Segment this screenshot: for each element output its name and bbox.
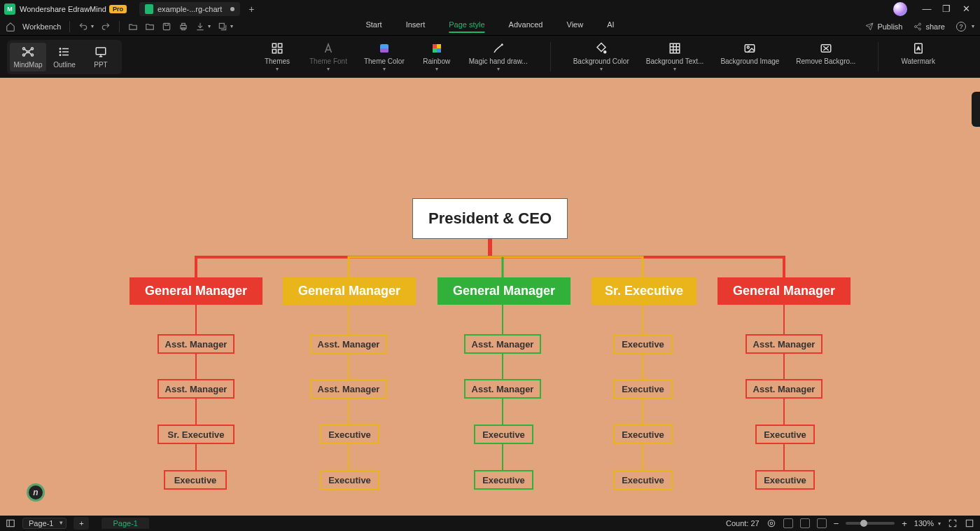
org-node-leaf[interactable]: Asst. Manager [746,334,822,354]
folder-icon[interactable] [145,22,155,32]
svg-rect-22 [272,43,276,47]
org-node-leaf[interactable]: Asst. Manager [310,379,387,399]
undo-icon[interactable] [78,22,88,32]
svg-rect-47 [7,520,15,526]
unsaved-indicator-icon [230,7,234,11]
org-node-level2[interactable]: Sr. Executive [592,277,696,305]
canvas[interactable]: President & CEO General Manager General … [0,78,980,516]
ribbon-themes[interactable]: Themes▾ [262,42,293,71]
org-node-leaf[interactable]: Executive [613,470,673,490]
org-node-leaf[interactable]: Asst. Manager [310,334,387,354]
org-node-level2[interactable]: General Manager [283,277,416,305]
org-node-leaf[interactable]: Executive [474,470,533,490]
zoom-slider[interactable] [846,522,895,525]
ribbon-themes-label: Themes [265,57,290,65]
node-count: Count: 27 [726,519,760,527]
user-avatar[interactable] [893,2,907,16]
zoom-dropdown-icon[interactable]: ▾ [938,520,941,527]
zoom-level[interactable]: 130% [914,519,934,527]
ribbon-remove-background[interactable]: Remove Backgro... [796,42,855,71]
zoom-out-button[interactable]: − [834,518,839,529]
org-node-leaf[interactable]: Executive [613,334,673,354]
org-node-leaf[interactable]: Asst. Manager [158,334,234,354]
org-node-leaf[interactable]: Executive [613,425,673,444]
menu-advanced[interactable]: Advanced [509,20,543,33]
svg-point-6 [915,25,917,27]
org-node-leaf[interactable]: Executive [474,425,533,444]
mindmap-icon [22,46,34,58]
org-node-leaf[interactable]: Asst. Manager [746,379,822,399]
workbench-button[interactable]: Workbench [22,22,61,31]
ribbon-theme-color[interactable]: Theme Color▾ [364,42,405,71]
help-button[interactable]: ? [956,22,966,32]
undo-dropdown-icon[interactable]: ▾ [91,23,94,29]
help-dropdown-icon[interactable]: ▾ [972,23,974,29]
side-panel-handle[interactable] [972,92,980,127]
org-node-level2[interactable]: General Manager [130,277,262,305]
org-node-leaf[interactable]: Executive [320,470,379,490]
ribbon-bg-color-label: Background Color [573,57,629,65]
export-icon[interactable] [195,22,205,32]
ribbon-magic-hand-draw[interactable]: Magic hand draw...▾ [469,42,528,71]
main-menu: Start Insert Page style Advanced View AI [365,20,614,33]
ribbon-watermark[interactable]: A Watermark [901,42,935,71]
org-node-leaf[interactable]: Asst. Manager [464,334,541,354]
svg-point-41 [748,46,750,48]
assistant-fab[interactable]: n [27,483,45,502]
menu-page-style[interactable]: Page style [449,20,484,33]
open-icon[interactable] [128,22,138,32]
new-tab-button[interactable]: + [248,4,254,15]
page-tab[interactable]: Page-1 [102,518,148,529]
view-mode-mindmap[interactable]: MindMap [10,43,46,71]
home-icon[interactable] [6,22,15,32]
ribbon-background-image[interactable]: Background Image [720,42,779,71]
menu-insert[interactable]: Insert [406,20,426,33]
org-node-leaf[interactable]: Executive [320,425,379,444]
ribbon-background-texture[interactable]: Background Text...▾ [646,42,704,71]
menu-view[interactable]: View [567,20,584,33]
svg-rect-32 [437,48,441,53]
layout2-icon[interactable] [800,518,810,528]
org-node-level2[interactable]: General Manager [438,277,570,305]
share-button[interactable]: share [913,22,945,31]
add-page-button[interactable]: + [74,517,89,530]
document-tab[interactable]: example-...rg-chart [139,2,240,16]
org-node-root[interactable]: President & CEO [412,198,568,239]
share-icon[interactable] [218,22,227,32]
svg-rect-0 [164,23,170,29]
ribbon-theme-font[interactable]: Theme Font▾ [309,42,347,71]
publish-button[interactable]: Publish [865,22,902,31]
org-node-level2[interactable]: General Manager [718,277,850,305]
outline-panel-icon[interactable] [6,518,15,528]
menu-start[interactable]: Start [365,20,382,33]
redo-icon[interactable] [101,22,111,32]
view-mode-ppt[interactable]: PPT [83,43,119,71]
focus-icon[interactable] [766,518,776,528]
org-node-leaf[interactable]: Executive [613,379,673,399]
fit-screen-icon[interactable] [948,518,958,528]
more-dropdown-icon[interactable]: ▾ [230,23,233,29]
zoom-in-button[interactable]: + [902,518,907,529]
close-button[interactable]: ✕ [956,4,976,14]
print-icon[interactable] [178,22,188,32]
menu-ai[interactable]: AI [607,20,614,33]
layout1-icon[interactable] [783,518,793,528]
org-node-leaf[interactable]: Asst. Manager [464,379,541,399]
view-mode-outline[interactable]: Outline [46,43,83,71]
org-node-leaf[interactable]: Executive [755,470,815,490]
svg-rect-2 [182,23,186,25]
layout3-icon[interactable] [817,518,827,528]
fullscreen-icon[interactable] [965,518,974,528]
maximize-button[interactable]: ❐ [937,4,956,14]
ribbon-rainbow[interactable]: Rainbow▾ [421,42,452,71]
export-dropdown-icon[interactable]: ▾ [208,23,211,29]
page-selector[interactable]: Page-1 [22,518,66,529]
org-node-leaf[interactable]: Sr. Executive [158,425,234,444]
svg-rect-31 [433,48,437,53]
ribbon-background-color[interactable]: Background Color▾ [573,42,629,71]
org-node-leaf[interactable]: Executive [164,470,227,490]
save-icon[interactable] [162,22,172,32]
org-node-leaf[interactable]: Executive [755,425,815,444]
org-node-leaf[interactable]: Asst. Manager [158,379,234,399]
minimize-button[interactable]: — [917,4,937,14]
